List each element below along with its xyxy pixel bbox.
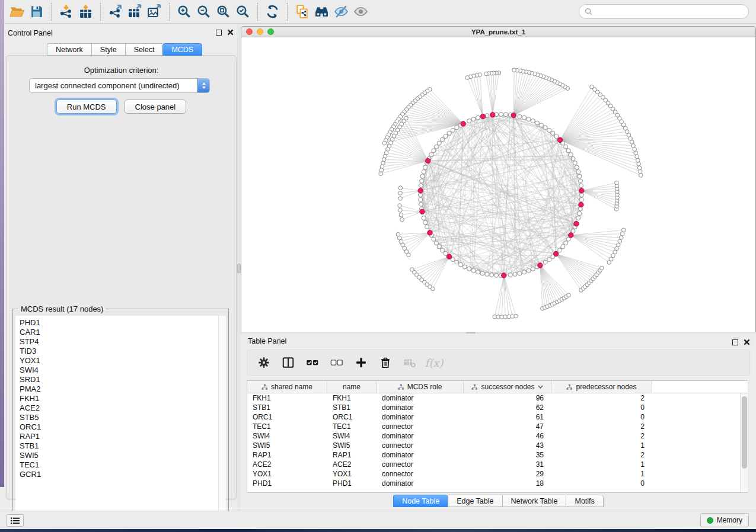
select-all-icon[interactable] [305,355,320,370]
desktop-wallpaper-bottom [0,529,756,532]
control-panel-title: Control Panel [8,29,53,37]
mcds-result-item: ACE2 [20,403,218,413]
tab-node-table[interactable]: Node Table [393,495,448,507]
zoom-in-icon[interactable] [174,3,194,21]
mcds-result-item: SWI4 [20,366,218,375]
table-row[interactable]: ORC1ORC1dominator610 [247,412,748,422]
network-window-titlebar[interactable]: YPA_prune.txt_1 [241,27,755,37]
tab-style[interactable]: Style [91,43,125,56]
show-hide-columns-icon[interactable] [281,355,295,370]
mcds-result-list[interactable]: PHD1 CAR1 STP4 TID3 YOX1 SWI4 SRD1 PMA2 … [15,316,218,525]
criterion-dropdown[interactable]: largest connected component (undirected) [29,78,210,93]
clone-network-icon[interactable] [292,3,312,21]
import-table-icon[interactable] [76,3,95,21]
node-table: shared name name MCDS role successor nod… [247,380,748,493]
search-icon [585,8,592,15]
create-column-icon[interactable] [354,355,368,370]
table-row[interactable]: RAP1RAP1dominator352 [247,450,748,460]
mcds-result-item: CAR1 [20,328,218,337]
table-panel: Table Panel [241,334,756,511]
column-header-mcds-role[interactable]: MCDS role [377,381,464,393]
export-image-icon[interactable] [145,3,164,21]
mcds-panel: Optimization criterion: largest connecte… [6,55,237,499]
scrollbar-thumb[interactable] [742,396,747,469]
criterion-selected-value: largest connected component (undirected) [30,81,197,90]
apply-layout-icon[interactable] [263,3,282,21]
column-header-name[interactable]: name [327,381,377,393]
mcds-result-item: TID3 [20,347,218,356]
table-panel-title: Table Panel [248,337,286,345]
table-row[interactable]: ACE2ACE2connector311 [247,460,748,469]
toolbar-separator [257,3,258,21]
mcds-result-item: TEC1 [20,460,218,470]
search-box[interactable] [579,4,749,19]
function-builder-icon: f(x) [427,355,441,370]
network-canvas[interactable] [241,37,755,332]
mcds-result-item: ORC1 [20,422,218,432]
toolbar-separator [169,3,170,21]
desktop-wallpaper-edge [0,0,4,487]
network-window-title: YPA_prune.txt_1 [241,28,755,36]
float-panel-icon[interactable] [216,30,222,36]
deselect-all-icon[interactable] [330,355,344,370]
hide-selected-icon[interactable] [331,3,351,21]
task-history-button[interactable] [6,514,24,527]
toolbar-separator [51,3,52,21]
table-options-icon[interactable] [257,355,271,370]
mcds-result-item: STB5 [20,413,218,422]
zoom-out-icon[interactable] [194,3,213,21]
mcds-result-item: GCR1 [20,470,218,479]
column-header-successor-nodes[interactable]: successor nodes [464,381,551,393]
table-row[interactable]: TEC1TEC1connector472 [247,422,748,431]
tab-select[interactable]: Select [125,43,163,56]
toolbar-separator [100,3,101,21]
list-icon [11,517,20,524]
mcds-result-item: PMA2 [20,384,218,394]
result-list-scrollbar[interactable] [218,316,226,525]
mcds-result-title: MCDS result (17 nodes) [18,305,106,313]
close-panel-icon[interactable] [744,339,750,345]
export-network-icon[interactable] [106,3,125,21]
table-row[interactable]: STB1STB1dominator620 [247,403,748,412]
control-panel: Control Panel Network Style Select MCDS … [4,24,240,511]
dropdown-stepper-icon [197,78,209,93]
tab-network-table[interactable]: Network Table [502,495,566,507]
mcds-result-item: FKH1 [20,394,218,403]
save-session-icon[interactable] [27,3,46,21]
run-mcds-button[interactable]: Run MCDS [56,100,117,114]
table-row[interactable]: SWI5SWI5connector431 [247,441,748,450]
export-table-icon[interactable] [125,3,145,21]
table-scrollbar[interactable] [740,393,748,492]
status-bar: Memory [0,511,756,529]
tab-edge-table[interactable]: Edge Table [448,495,502,507]
first-neighbors-icon[interactable] [312,3,331,21]
namespace-icon [398,384,404,390]
show-all-icon[interactable] [351,3,371,21]
memory-button[interactable]: Memory [700,513,749,527]
delete-columns-icon[interactable] [378,355,393,370]
mcds-result-item: RAP1 [20,432,218,441]
tab-motifs[interactable]: Motifs [566,495,603,507]
toolbar-separator [287,3,288,21]
table-row[interactable]: SWI4SWI4dominator462 [247,431,748,441]
tab-network[interactable]: Network [47,43,91,56]
import-network-icon[interactable] [56,3,76,21]
mcds-result-item: PHD1 [20,318,218,328]
column-header-shared-name[interactable]: shared name [247,381,327,393]
table-row[interactable]: YOX1YOX1connector291 [247,469,748,479]
close-panel-button[interactable]: Close panel [125,100,187,114]
table-row[interactable]: FKH1FKH1dominator962 [247,393,748,403]
search-input[interactable] [595,8,743,16]
fit-content-icon[interactable] [213,3,233,21]
open-file-icon[interactable] [7,3,27,21]
main-toolbar [0,0,756,24]
memory-label: Memory [717,516,742,524]
mcds-result-group: MCDS result (17 nodes) PHD1 CAR1 STP4 TI… [12,309,229,528]
column-header-predecessor-nodes[interactable]: predecessor nodes [551,381,652,393]
table-row[interactable]: PHD1PHD1dominator180 [247,479,748,488]
close-panel-icon[interactable] [227,29,234,36]
zoom-selected-icon[interactable] [233,3,253,21]
float-panel-icon[interactable] [732,339,738,345]
tab-mcds[interactable]: MCDS [162,43,202,56]
memory-status-icon [707,517,713,524]
